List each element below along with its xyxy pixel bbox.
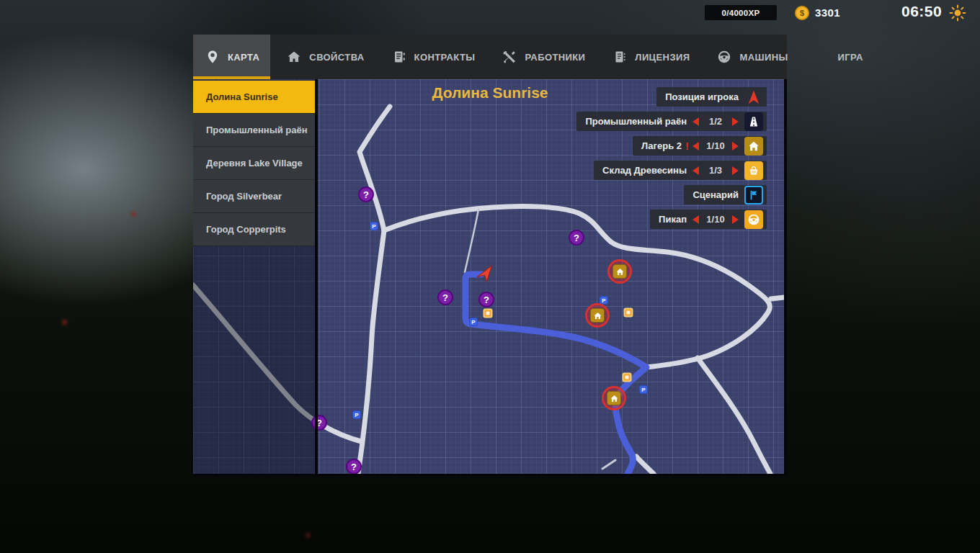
map-marker-parking[interactable]: P [352,410,361,419]
sidebar-item-label: Промышленный раён [206,125,308,135]
map-marker-question[interactable]: ? [569,230,584,246]
map-marker-parking[interactable]: P [469,318,478,326]
legend-label: Позиция игрока [665,91,739,102]
currency-symbol: $ [800,9,804,17]
legend-label: Лагерь 2 [641,140,682,151]
legend-label: Сценарий [692,189,739,200]
sidebar-item-label: Деревня Lake Village [206,158,303,168]
sidebar-item-region-2[interactable]: Деревня Lake Village [193,147,315,180]
sidebar-divider [315,79,318,476]
xp-label: 0/4000XP [722,9,760,17]
map-marker-question[interactable]: ? [358,186,374,202]
background-berry-dot [131,212,136,217]
contract-icon [392,50,406,64]
sidebar-item-label: Город Silverbear [206,191,282,202]
map-marker-question[interactable]: ? [437,289,453,305]
prev-arrow-icon[interactable] [692,117,699,126]
region-sidebar: Долина SunriseПромышленный раёнДеревня L… [193,81,315,246]
tab-license[interactable]: ЛИЦЕНЗИЯ [600,35,700,79]
sidebar-item-label: Город Copperpits [206,224,286,235]
background-berry-dot [306,533,311,538]
legend-count: 1/10 [705,140,726,151]
tab-game[interactable]: ИГРА [803,35,874,79]
next-arrow-icon[interactable] [732,117,739,126]
legend-label: Склад Древесины [602,165,687,176]
tab-vehicles[interactable]: МАШИНЫ [705,35,798,79]
money-amount: 3301 [815,6,840,19]
tab-map[interactable]: КАРТА [193,35,270,79]
steering-icon [744,210,763,229]
map-pin-icon [205,50,220,64]
legend-row: Лагерь 2!1/10 [633,136,767,156]
next-arrow-icon[interactable] [732,166,739,175]
map-marker-house[interactable] [602,386,626,410]
house-icon [607,391,621,405]
sidebar-item-label: Долина Sunrise [206,91,278,102]
map-content: ??????PPPPP Долина Sunrise Позиция игрок… [193,79,787,476]
prev-arrow-icon[interactable] [692,166,699,175]
sidebar-item-region-1[interactable]: Промышленный раён [193,114,315,147]
next-arrow-icon[interactable] [732,142,739,150]
next-arrow-icon[interactable] [732,215,739,224]
sidebar-item-region-3[interactable]: Город Silverbear [193,180,315,213]
legend-row: Пикап1/10 [650,210,767,229]
background-berry-dot [62,320,67,325]
xp-progress: 0/4000XP [705,5,777,20]
legend-label: Промышленный раён [585,116,687,127]
tab-bar: КАРТАСВОЙСТВАКОНТРАКТЫРАБОТНИКИЛИЦЕНЗИЯМ… [193,35,787,79]
clock-time: 06:50 [901,3,942,20]
legend-row: Склад Древесины1/3 [594,161,767,180]
map-window: КАРТАСВОЙСТВАКОНТРАКТЫРАБОТНИКИЛИЦЕНЗИЯМ… [193,35,787,476]
map-marker-crate[interactable] [623,373,632,382]
map-marker-parking[interactable]: P [370,222,378,230]
prev-arrow-icon[interactable] [692,215,699,224]
alert-icon: ! [685,140,689,152]
map-legend: Позиция игрокаПромышленный раён1/2Лагерь… [576,87,767,229]
legend-count: 1/3 [705,165,726,176]
map-marker-parking[interactable]: P [639,385,648,394]
legend-count: 1/10 [705,214,726,225]
map-marker-crate[interactable] [624,308,633,318]
tab-label: СВОЙСТВА [309,52,364,63]
license-icon [612,50,627,64]
home-icon [287,50,301,64]
tab-workers[interactable]: РАБОТНИКИ [490,35,596,79]
steering-icon [717,50,731,64]
tab-label: ИГРА [838,52,863,63]
house-icon [590,308,605,323]
player-position-arrow [475,264,494,284]
basket-icon [744,161,763,180]
legend-row: Промышленный раён1/2 [576,112,767,131]
tab-label: КОНТРАКТЫ [414,52,476,63]
sun-icon [949,4,966,22]
house-icon [612,264,627,279]
tools-icon [502,50,517,64]
map-marker-house[interactable] [607,259,632,284]
legend-label: Пикап [659,214,687,225]
coin-icon: $ [795,6,809,20]
tab-label: МАШИНЫ [739,52,788,63]
map-marker-crate[interactable] [484,309,493,318]
prev-arrow-icon[interactable] [692,142,699,150]
sidebar-item-region-4[interactable]: Город Copperpits [193,213,315,246]
sidebar-item-region-0[interactable]: Долина Sunrise [193,81,315,114]
map-marker-question[interactable]: ? [311,415,327,431]
road-icon [744,112,763,131]
tab-contracts[interactable]: КОНТРАКТЫ [380,35,486,79]
house-icon [744,137,763,156]
legend-row: Позиция игрока [656,87,767,107]
flag-icon [744,186,763,204]
player-arrow-icon [744,88,763,107]
legend-row: Сценарий [684,185,767,204]
legend-count: 1/2 [705,116,726,127]
tab-label: КАРТА [228,52,259,63]
map-title: Долина Sunrise [432,84,548,102]
tab-label: РАБОТНИКИ [525,52,585,63]
keyboard-icon [816,50,830,64]
tab-properties[interactable]: СВОЙСТВА [275,35,375,79]
map-marker-question[interactable]: ? [478,292,494,307]
map-marker-question[interactable]: ? [346,459,362,474]
tab-label: ЛИЦЕНЗИЯ [635,52,690,63]
game-screen: 0/4000XP $ 3301 06:50 КАРТАСВОЙСТВАКОНТР… [0,0,980,553]
map-marker-house[interactable] [585,303,610,328]
